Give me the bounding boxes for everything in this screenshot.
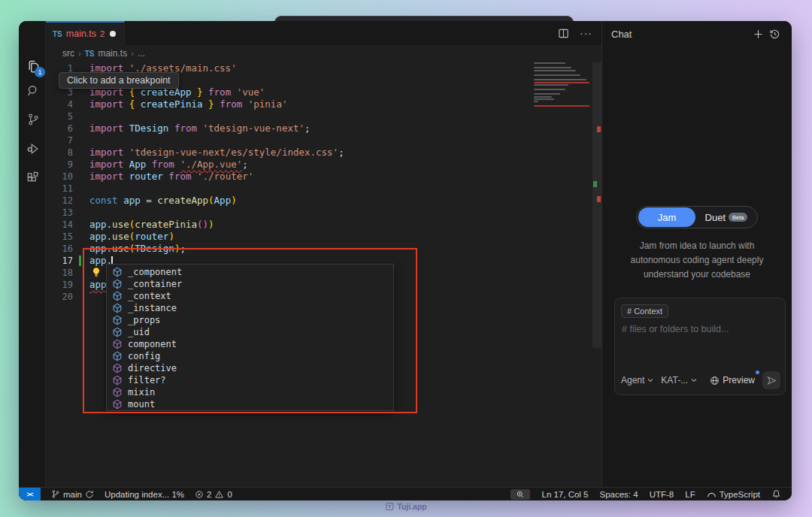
line-number[interactable]: 18	[46, 267, 73, 279]
autocomplete-item-_component[interactable]: _component	[107, 266, 393, 278]
line-number[interactable]: 8	[46, 147, 73, 159]
minimap-line	[534, 82, 589, 83]
chat-input[interactable]	[622, 324, 778, 365]
eol-indicator[interactable]: LF	[685, 490, 695, 499]
unsaved-dot-icon[interactable]	[110, 31, 116, 37]
line-number[interactable]: 6	[46, 122, 73, 135]
code-line-9[interactable]: 9import App from './App.vue';	[46, 159, 601, 171]
autocomplete-item-filter[interactable]: filter?	[107, 374, 393, 386]
line-number[interactable]: 14	[46, 219, 73, 231]
code-line-7[interactable]: 7	[46, 135, 601, 147]
autocomplete-item-component[interactable]: component	[107, 338, 393, 350]
line-number[interactable]: 10	[46, 171, 73, 183]
line-number[interactable]: 17	[46, 255, 73, 267]
indexing-label: Updating index... 1%	[105, 490, 184, 499]
language-mode[interactable]: TypeScript	[707, 490, 760, 499]
line-number[interactable]: 13	[46, 207, 73, 219]
indexing-status[interactable]: Updating index... 1%	[105, 490, 184, 499]
split-editor-icon[interactable]	[558, 28, 569, 39]
explorer-icon[interactable]: 1	[24, 57, 42, 75]
overview-error-mark	[597, 196, 601, 202]
line-number[interactable]: 11	[46, 183, 73, 195]
breadcrumb-folder[interactable]: src	[62, 48, 74, 59]
code-line-6[interactable]: 6import TDesign from 'tdesign-vue-next';	[46, 122, 601, 135]
field-icon	[112, 351, 123, 361]
new-chat-icon[interactable]	[750, 29, 766, 40]
autocomplete-item-mount[interactable]: mount	[107, 398, 393, 410]
code-line-11[interactable]: 11	[46, 183, 601, 195]
breadcrumb[interactable]: src › TS main.ts › ...	[46, 45, 601, 62]
autocomplete-item-_props[interactable]: _props	[107, 314, 393, 326]
field-icon	[112, 267, 123, 277]
remote-indicator[interactable]: ><	[19, 488, 41, 500]
jam-tab[interactable]: Jam	[638, 207, 695, 227]
autocomplete-label: directive	[128, 363, 177, 373]
minimap-line	[534, 105, 589, 107]
line-number[interactable]: 12	[46, 195, 73, 207]
autocomplete-item-_container[interactable]: _container	[107, 278, 393, 290]
line-number[interactable]: 19	[46, 279, 73, 291]
source-control-icon[interactable]	[24, 110, 42, 128]
minimap-line	[534, 70, 576, 71]
breadcrumb-file[interactable]: main.ts	[98, 48, 127, 59]
code-line-8[interactable]: 8import 'tdesign-vue-next/es/style/index…	[46, 147, 601, 159]
zoom-indicator[interactable]	[511, 489, 530, 500]
lightbulb-icon[interactable]	[91, 267, 102, 278]
more-actions-icon[interactable]: ···	[580, 27, 592, 39]
code-line-10[interactable]: 10import router from './router'	[46, 171, 601, 183]
model-dropdown[interactable]: KAT-...	[661, 375, 697, 385]
code-line-15[interactable]: 15app.use(router)	[46, 231, 601, 243]
code-line-16[interactable]: 16app.use(TDesign);	[46, 243, 601, 255]
autocomplete-item-config[interactable]: config	[107, 350, 393, 362]
method-icon	[112, 375, 123, 385]
line-number[interactable]: 4	[46, 98, 73, 110]
encoding-indicator[interactable]: UTF-8	[650, 490, 674, 499]
extensions-icon[interactable]	[24, 169, 42, 187]
duet-tab[interactable]: Duet Beta	[695, 212, 757, 223]
code-line-12[interactable]: 12const app = createApp(App)	[46, 195, 601, 207]
code-text: app.use(router)	[89, 231, 174, 243]
code-area[interactable]: 1import './assets/main.css'23import { cr…	[46, 62, 601, 483]
code-line-14[interactable]: 14app.use(createPinia())	[46, 219, 601, 231]
preview-toggle[interactable]: Preview	[710, 375, 755, 385]
autocomplete-label: _context	[128, 291, 171, 301]
code-line-5[interactable]: 5	[46, 110, 601, 122]
code-line-13[interactable]: 13	[46, 207, 601, 219]
line-number[interactable]: 9	[46, 159, 73, 171]
line-number[interactable]: 15	[46, 231, 73, 243]
code-line-4[interactable]: 4import { createPinia } from 'pinia'	[46, 98, 601, 110]
bell-icon[interactable]	[771, 489, 781, 499]
autocomplete-item-_context[interactable]: _context	[107, 290, 393, 302]
chat-panel-title: Chat	[611, 29, 750, 40]
minimap-line	[534, 93, 560, 95]
context-chip[interactable]: # Context	[621, 304, 668, 318]
code-text: app.use(TDesign);	[89, 243, 186, 255]
breadcrumb-symbol[interactable]: ...	[138, 48, 145, 59]
minimap[interactable]	[534, 62, 589, 110]
tab-main-ts[interactable]: TS main.ts 2	[46, 21, 125, 45]
field-icon	[112, 303, 123, 313]
branch-indicator[interactable]: main	[51, 489, 94, 499]
line-number[interactable]: 20	[46, 291, 73, 303]
line-number[interactable]: 16	[46, 243, 73, 255]
taskbar-app-name: Tuji.app	[397, 502, 426, 511]
agent-dropdown[interactable]: Agent	[621, 375, 653, 385]
autocomplete-item-mixin[interactable]: mixin	[107, 386, 393, 398]
autocomplete-label: config	[128, 351, 160, 361]
field-icon	[112, 279, 123, 289]
chevron-down-icon	[691, 378, 697, 382]
search-icon[interactable]	[24, 82, 42, 100]
cursor-position[interactable]: Ln 17, Col 5	[541, 490, 588, 499]
scrollbar[interactable]	[592, 62, 601, 348]
line-number[interactable]: 5	[46, 110, 73, 122]
line-number[interactable]: 7	[46, 135, 73, 147]
indentation-indicator[interactable]: Spaces: 4	[600, 490, 638, 499]
run-debug-icon[interactable]	[24, 140, 42, 158]
history-icon[interactable]	[766, 29, 783, 40]
autocomplete-item-_instance[interactable]: _instance	[107, 302, 393, 314]
send-button[interactable]	[762, 371, 780, 389]
taskbar-app-label[interactable]: Tuji.app	[385, 502, 426, 511]
autocomplete-item-directive[interactable]: directive	[107, 362, 393, 374]
autocomplete-item-_uid[interactable]: _uid	[107, 326, 393, 338]
problems-indicator[interactable]: 2 0	[195, 490, 232, 499]
